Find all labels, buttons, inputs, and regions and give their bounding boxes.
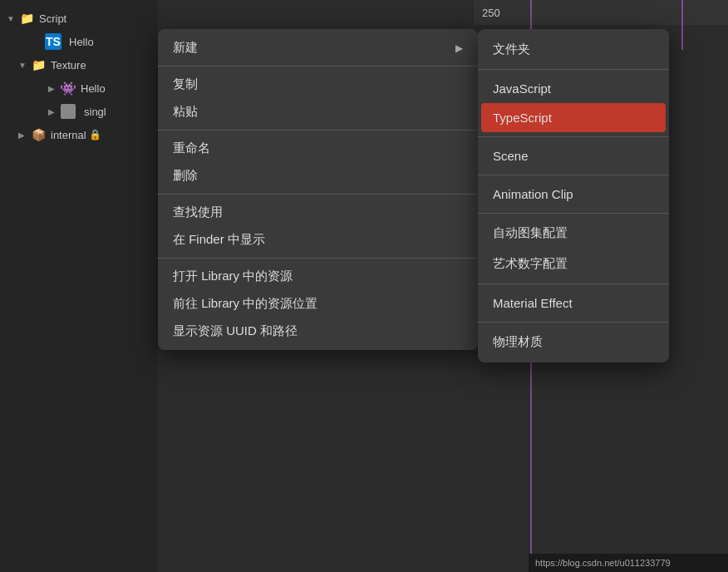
menu-item-goto-library[interactable]: 前往 Library 中的资源位置 xyxy=(158,290,478,318)
sub-menu-label-scene: Scene xyxy=(493,149,529,163)
menu-label-paste: 粘贴 xyxy=(173,104,198,120)
sub-menu-label-physics-material: 物理材质 xyxy=(493,334,543,350)
sub-separator-5 xyxy=(478,284,669,284)
menu-label-show-finder: 在 Finder 中显示 xyxy=(173,232,265,248)
sub-menu-label-animation-clip: Animation Clip xyxy=(493,187,573,201)
tree-label-texture: Texture xyxy=(51,59,86,72)
sub-separator-6 xyxy=(478,322,669,323)
sub-menu-label-art-number: 艺术数字配置 xyxy=(493,256,568,272)
sub-separator-1 xyxy=(478,69,669,70)
menu-label-find-usage: 查找使用 xyxy=(173,205,223,220)
tree-item-hello-ts[interactable]: TS Hello xyxy=(0,30,158,53)
menu-item-show-uuid[interactable]: 显示资源 UUID 和路径 xyxy=(158,318,478,345)
orange-folder-icon: 📦 xyxy=(30,126,47,143)
sub-menu-label-auto-atlas: 自动图集配置 xyxy=(493,225,568,241)
submenu-arrow: ▶ xyxy=(455,42,463,54)
expand-arrow-texture: ▼ xyxy=(18,61,30,70)
sub-menu-label-folder: 文件夹 xyxy=(493,42,530,57)
tree-item-single[interactable]: ▶ singl xyxy=(0,100,158,123)
context-menu-main: 新建 ▶ 复制 粘贴 重命名 删除 查找使用 在 Finder 中显示 打开 L… xyxy=(158,29,478,350)
tree-label-internal: internal xyxy=(51,129,86,141)
gray-box-icon xyxy=(60,103,76,120)
tree-item-hello-monster[interactable]: ▶ 👾 Hello xyxy=(0,76,158,100)
sub-menu-item-auto-atlas[interactable]: 自动图集配置 xyxy=(478,218,669,249)
file-tree: ▼ 📁 Script TS Hello ▼ 📁 Texture ▶ 👾 Hell… xyxy=(0,0,158,572)
sub-separator-2 xyxy=(478,136,669,137)
tree-item-script[interactable]: ▼ 📁 Script xyxy=(0,7,158,30)
url-bar: https://blog.csdn.net/u011233779 xyxy=(529,554,728,572)
sub-menu-item-javascript[interactable]: JavaScript xyxy=(478,74,669,103)
separator-1 xyxy=(158,66,478,67)
lock-icon: 🔒 xyxy=(89,129,101,141)
menu-label-copy: 复制 xyxy=(173,76,198,92)
ts-icon: TS xyxy=(45,33,61,50)
sub-menu-label-typescript: TypeScript xyxy=(493,111,552,125)
separator-2 xyxy=(158,130,478,131)
menu-item-paste[interactable]: 粘贴 xyxy=(158,98,478,126)
menu-label-rename: 重命名 xyxy=(173,141,210,156)
sub-menu-item-material-effect[interactable]: Material Effect xyxy=(478,288,669,318)
menu-item-show-finder[interactable]: 在 Finder 中显示 xyxy=(158,226,478,254)
folder-icon-texture: 📁 xyxy=(30,57,47,73)
menu-label-new: 新建 xyxy=(173,40,198,56)
sub-separator-4 xyxy=(478,213,669,214)
url-text: https://blog.csdn.net/u011233779 xyxy=(535,558,671,568)
expand-arrow: ▼ xyxy=(7,14,18,23)
menu-item-find-usage[interactable]: 查找使用 xyxy=(158,199,478,226)
context-menu-sub: 文件夹 JavaScript TypeScript Scene Animatio… xyxy=(478,29,669,362)
tree-label-hello-monster: Hello xyxy=(81,82,106,95)
sub-menu-item-animation-clip[interactable]: Animation Clip xyxy=(478,180,669,209)
tree-item-internal[interactable]: ▶ 📦 internal 🔒 xyxy=(0,123,158,146)
sub-menu-label-javascript: JavaScript xyxy=(493,81,551,96)
menu-item-rename[interactable]: 重命名 xyxy=(158,135,478,162)
sub-menu-item-typescript[interactable]: TypeScript xyxy=(481,103,666,132)
menu-label-goto-library: 前往 Library 中的资源位置 xyxy=(173,296,317,312)
menu-label-show-uuid: 显示资源 UUID 和路径 xyxy=(173,323,298,339)
purple-line-2 xyxy=(681,0,683,50)
tree-label-script: Script xyxy=(39,12,66,25)
expand-arrow-internal: ▶ xyxy=(18,131,30,140)
menu-item-delete[interactable]: 删除 xyxy=(158,162,478,190)
sub-menu-label-material-effect: Material Effect xyxy=(493,296,573,310)
expand-arrow-monster: ▶ xyxy=(48,84,60,93)
tree-label-single: singl xyxy=(84,106,106,118)
timeline-bar: 250 xyxy=(474,0,728,25)
separator-4 xyxy=(158,258,478,259)
sub-menu-item-physics-material[interactable]: 物理材质 xyxy=(478,327,669,358)
sub-separator-3 xyxy=(478,175,669,175)
menu-label-delete: 删除 xyxy=(173,168,198,184)
expand-arrow-single: ▶ xyxy=(48,107,60,116)
sub-menu-item-folder[interactable]: 文件夹 xyxy=(478,34,669,65)
menu-item-copy[interactable]: 复制 xyxy=(158,71,478,98)
separator-3 xyxy=(158,194,478,195)
tree-label-hello: Hello xyxy=(69,36,94,48)
timeline-value: 250 xyxy=(482,7,500,19)
menu-item-open-library[interactable]: 打开 Library 中的资源 xyxy=(158,263,478,290)
sub-menu-item-art-number[interactable]: 艺术数字配置 xyxy=(478,249,669,279)
tree-item-texture[interactable]: ▼ 📁 Texture xyxy=(0,53,158,76)
folder-icon: 📁 xyxy=(18,10,35,27)
menu-label-open-library: 打开 Library 中的资源 xyxy=(173,269,293,284)
menu-item-new[interactable]: 新建 ▶ xyxy=(158,34,478,62)
sub-menu-item-scene[interactable]: Scene xyxy=(478,141,669,170)
monster-icon: 👾 xyxy=(60,80,76,96)
